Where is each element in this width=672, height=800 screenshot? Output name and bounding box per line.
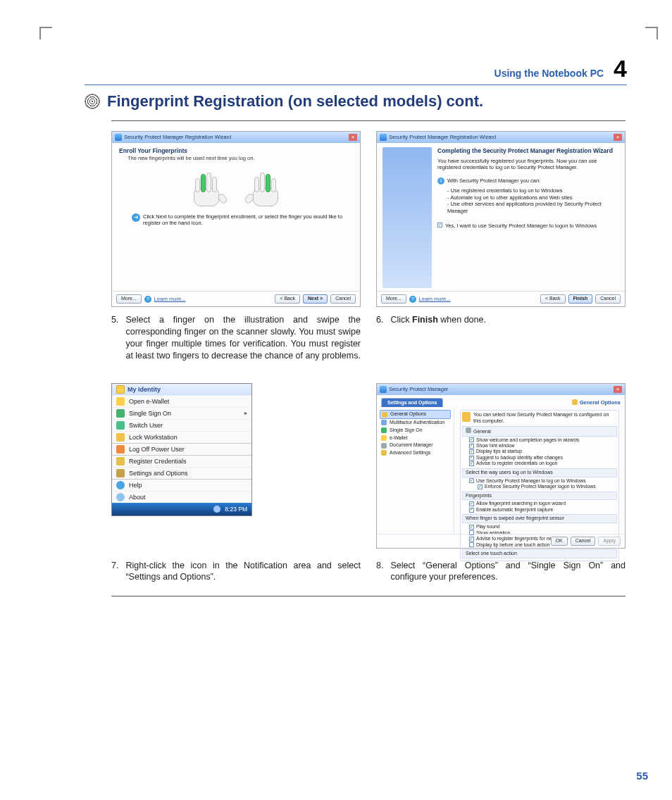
step6-text: Click Finish when done. [390, 314, 485, 326]
option-checkbox[interactable]: Show hint window [462, 443, 617, 449]
cancel-button[interactable]: Cancel [595, 294, 621, 304]
step7-num: 7. [111, 560, 118, 584]
step7-caption: 7. Right-click the icon in the Notificat… [111, 560, 361, 584]
apply-button[interactable]: Apply [598, 537, 621, 546]
option-checkbox[interactable]: Display tips at startup [462, 449, 617, 454]
back-button[interactable]: < Back [275, 294, 300, 304]
step6-bullet: - Use other services and applications pr… [447, 201, 619, 214]
step6-cell: Security Protect Manager Registration Wi… [376, 131, 626, 362]
group-logon: Select the way users log on to Windows [466, 470, 553, 475]
group-fingerprints: Fingerprints [466, 493, 492, 498]
step5-subheading: The new fingerprints will be used next t… [119, 155, 353, 161]
menu-item-single-sign-on[interactable]: Single Sign On▸ [112, 407, 251, 419]
right-hand[interactable] [246, 168, 285, 208]
step6-window-title: Security Protect Manager Registration Wi… [389, 134, 496, 140]
crop-mark-top-left [39, 27, 52, 39]
step5-screenshot: Security Protect Manager Registration Wi… [111, 131, 361, 307]
chapter-header: Using the Notebook PC 4 [85, 56, 627, 80]
sidebar-item-advanced[interactable]: Advanced Settings [380, 449, 451, 457]
logon-checkbox[interactable] [437, 223, 442, 227]
option-checkbox[interactable]: Advise to register credentials on logon [462, 461, 617, 466]
menu-item-about[interactable]: About [112, 491, 251, 503]
more-button[interactable]: More... [381, 294, 406, 304]
step6-screenshot: Security Protect Manager Registration Wi… [376, 131, 626, 307]
gear-icon [462, 412, 471, 422]
learn-more-link[interactable]: Learn more... [419, 296, 451, 302]
option-checkbox[interactable]: Enable automatic fingerprint capture [462, 507, 617, 513]
section-title: Fingerprint Registration (on selected mo… [107, 92, 483, 111]
close-icon[interactable]: × [614, 134, 622, 141]
group-icon [466, 427, 471, 433]
app-icon [380, 386, 387, 393]
left-hand[interactable] [187, 168, 226, 208]
chapter-number: 4 [614, 56, 627, 80]
submenu-arrow-icon: ▸ [244, 410, 247, 416]
steps-grid: Security Protect Manager Registration Wi… [111, 131, 626, 583]
help-icon [116, 481, 125, 489]
step8-footer: OK Cancel Apply [377, 534, 625, 548]
hands-illustration[interactable] [112, 163, 360, 211]
step8-caption: 8. Select “General Options” and “Single … [376, 560, 626, 584]
crop-mark-top-right [645, 27, 658, 39]
step8-screenshot: Security Protect Manager × Settings and … [376, 383, 626, 549]
sidebar-item-sso[interactable]: Single Sign On [380, 427, 451, 435]
learn-more-link[interactable]: Learn more... [154, 296, 186, 302]
gear-icon [572, 399, 578, 405]
tab-settings[interactable]: Settings and Options [381, 398, 443, 408]
tray-icon[interactable] [213, 506, 220, 513]
menu-item-switch-user[interactable]: Switch User [112, 419, 251, 431]
step8-window-title: Security Protect Manager [389, 386, 449, 392]
cancel-button[interactable]: Cancel [571, 537, 596, 546]
page-content: Using the Notebook PC 4 Fingerprint Regi… [85, 56, 627, 606]
settings-sidebar: General Options Multifactor Authenticati… [377, 407, 454, 534]
step6-subheading: You have successfully registered your fi… [437, 158, 619, 171]
registered-finger-icon[interactable] [266, 174, 270, 192]
step6-titlebar: Security Protect Manager Registration Wi… [377, 132, 625, 143]
step6-checkbox-label: Yes, I want to use Security Protect Mana… [445, 223, 597, 229]
section-rule [111, 120, 626, 121]
menu-item-register-credentials[interactable]: Register Credentials [112, 455, 251, 467]
about-icon [116, 493, 125, 501]
menu-item-help[interactable]: Help [112, 479, 251, 491]
finish-button[interactable]: Finish [568, 294, 593, 304]
step8-text: Select “General Options” and “Single Sig… [390, 560, 626, 584]
taskbar: 8:23 PM [112, 503, 251, 515]
sidebar-item-ewallet[interactable]: e-Wallet [380, 435, 451, 442]
option-checkbox[interactable]: Play sound [462, 524, 617, 530]
step5-titlebar: Security Protect Manager Registration Wi… [112, 132, 360, 143]
info-arrow-icon: ➜ [132, 213, 140, 222]
back-button[interactable]: < Back [540, 294, 566, 304]
chapter-title: Using the Notebook PC [494, 68, 604, 79]
option-checkbox[interactable]: Enforce Security Protect Manager logon t… [462, 484, 617, 489]
menu-item-settings-and-options[interactable]: Settings and Options [112, 467, 251, 479]
sidebar-item-multifactor[interactable]: Multifactor Authentication [380, 419, 451, 427]
step5-heading: Enroll Your Fingerprints [119, 147, 353, 155]
sidebar-item-general-options[interactable]: General Options [380, 410, 451, 419]
close-icon[interactable]: × [349, 134, 357, 141]
close-icon[interactable]: × [614, 386, 622, 393]
option-checkbox[interactable]: Allow fingerprint searching in logon wiz… [462, 501, 617, 506]
step5-caption: 5. Select a finger on the illustration a… [111, 314, 361, 362]
help-icon[interactable]: ? [144, 296, 151, 303]
menu-item-lock-workstation[interactable]: Lock Workstation [112, 431, 251, 443]
sidebar-item-doc-manager[interactable]: Document Manager [380, 442, 451, 449]
fingerprint-icon [85, 94, 100, 109]
step6-num: 6. [376, 314, 383, 326]
option-checkbox[interactable]: Show welcome and completion pages in wiz… [462, 437, 617, 443]
help-icon[interactable]: ? [409, 296, 416, 303]
settings-panel: You can select how Security Protect Mana… [454, 407, 625, 534]
switch-user-icon [116, 421, 125, 430]
menu-item-open-ewallet[interactable]: Open e-Wallet [112, 395, 251, 407]
step8-num: 8. [376, 560, 383, 584]
wallet-icon [116, 397, 125, 406]
more-button[interactable]: More... [116, 294, 142, 304]
next-button[interactable]: Next > [303, 294, 328, 304]
ok-button[interactable]: OK [551, 537, 568, 546]
option-checkbox[interactable]: Suggest to backup identity after changes [462, 455, 617, 461]
menu-item-log-off[interactable]: Log Off Power User [112, 443, 251, 455]
cancel-button[interactable]: Cancel [330, 294, 356, 304]
taskbar-clock: 8:23 PM [225, 506, 247, 513]
lock-icon [116, 433, 125, 442]
option-checkbox[interactable]: Use Security Protect Manager to log on t… [462, 478, 617, 484]
registered-finger-icon[interactable] [201, 174, 206, 192]
